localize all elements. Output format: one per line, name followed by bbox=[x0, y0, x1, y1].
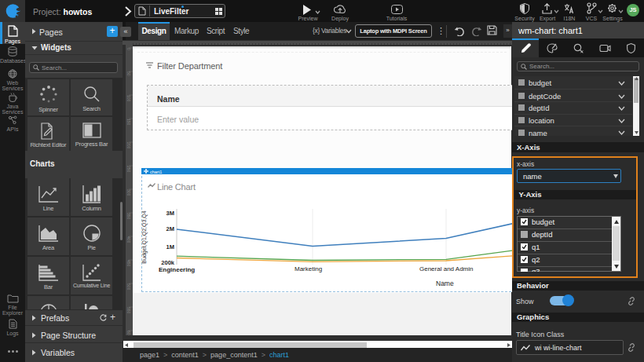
svg-text:200k: 200k bbox=[161, 259, 175, 266]
svg-text:General and Admin: General and Admin bbox=[419, 265, 474, 272]
svg-text:Marketing: Marketing bbox=[295, 265, 322, 272]
svg-text:Name: Name bbox=[436, 280, 454, 287]
svg-text:550: 550 bbox=[126, 307, 131, 314]
svg-text:3M: 3M bbox=[166, 210, 174, 217]
svg-text:400: 400 bbox=[126, 236, 131, 243]
svg-text:50: 50 bbox=[126, 71, 131, 76]
svg-text:500: 500 bbox=[126, 283, 131, 291]
svg-text:100: 100 bbox=[126, 95, 131, 102]
svg-text:Engineering: Engineering bbox=[159, 266, 195, 273]
svg-text:450: 450 bbox=[126, 260, 131, 267]
svg-text:0: 0 bbox=[126, 48, 131, 50]
svg-text:600: 600 bbox=[126, 331, 131, 335]
svg-text:200: 200 bbox=[126, 142, 131, 149]
svg-text:2M: 2M bbox=[166, 225, 174, 232]
svg-text:250: 250 bbox=[126, 166, 131, 173]
svg-text:1M: 1M bbox=[166, 243, 174, 250]
svg-text:Budget,Q1,Q2,Q3,Q4: Budget,Q1,Q2,Q3,Q4 bbox=[141, 210, 148, 263]
svg-text:150: 150 bbox=[126, 119, 131, 126]
svg-text:350: 350 bbox=[126, 213, 131, 220]
svg-text:300: 300 bbox=[126, 189, 131, 196]
